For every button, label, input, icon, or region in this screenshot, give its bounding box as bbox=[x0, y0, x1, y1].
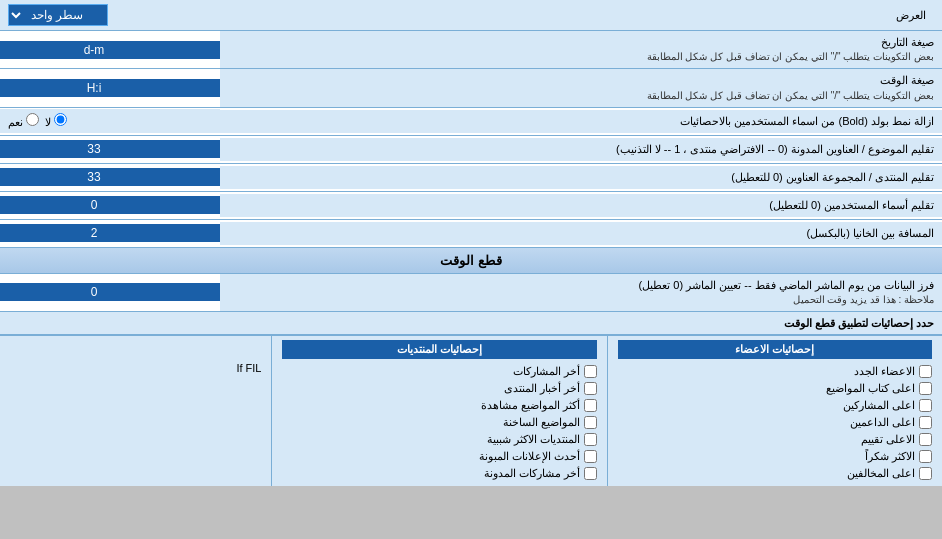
post-item-4: المنتديات الاكثر شببية bbox=[282, 431, 596, 448]
member-label-0: الاعضاء الجدد bbox=[854, 365, 915, 378]
member-item-2: اعلى المشاركين bbox=[618, 397, 932, 414]
time-format-row: صيغة الوقت بعض التكوينات يتطلب "/" التي … bbox=[0, 69, 942, 107]
col-members: إحصائيات الاعضاء الاعضاء الجدد اعلى كتاب… bbox=[608, 336, 942, 486]
member-label-2: اعلى المشاركين bbox=[843, 399, 915, 412]
forum-headers-input-cell bbox=[0, 168, 220, 186]
date-format-input[interactable] bbox=[4, 43, 184, 57]
column-gap-row: المسافة بين الخانيا (بالبكسل) bbox=[0, 220, 942, 248]
post-item-1: أخر أخبار المنتدى bbox=[282, 380, 596, 397]
display-select[interactable]: سطر واحد bbox=[8, 4, 108, 26]
post-cb-1[interactable] bbox=[584, 382, 597, 395]
post-cb-5[interactable] bbox=[584, 450, 597, 463]
display-row: العرض سطر واحد bbox=[0, 0, 942, 31]
post-item-5: أحدث الإعلانات المبونة bbox=[282, 448, 596, 465]
member-item-5: الاكثر شكراً bbox=[618, 448, 932, 465]
member-cb-5[interactable] bbox=[919, 450, 932, 463]
cutoff-input-cell bbox=[0, 283, 220, 301]
member-label-4: الاعلى تقييم bbox=[861, 433, 915, 446]
post-label-0: أخر المشاركات bbox=[513, 365, 580, 378]
cutoff-row: فرز البيانات من يوم الماشر الماضي فقط --… bbox=[0, 274, 942, 312]
post-cb-2[interactable] bbox=[584, 399, 597, 412]
member-label-1: اعلى كتاب المواضيع bbox=[826, 382, 915, 395]
col-members-header: إحصائيات الاعضاء bbox=[618, 340, 932, 359]
member-label-3: اعلى الداعمين bbox=[850, 416, 915, 429]
post-label-3: المواضيع الساخنة bbox=[503, 416, 580, 429]
cutoff-input[interactable] bbox=[4, 285, 184, 299]
column-gap-label: المسافة بين الخانيا (بالبكسل) bbox=[220, 222, 942, 245]
member-cb-1[interactable] bbox=[919, 382, 932, 395]
subject-headers-label: تقليم الموضوع / العناوين المدونة (0 -- ا… bbox=[220, 138, 942, 161]
bold-remove-options: لا نعم bbox=[0, 109, 220, 133]
stats-apply-row: حدد إحصائيات لتطبيق قطع الوقت bbox=[0, 312, 942, 335]
member-cb-3[interactable] bbox=[919, 416, 932, 429]
column-gap-input[interactable] bbox=[4, 226, 184, 240]
time-format-label: صيغة الوقت بعض التكوينات يتطلب "/" التي … bbox=[220, 69, 942, 106]
member-item-1: اعلى كتاب المواضيع bbox=[618, 380, 932, 397]
display-label: العرض bbox=[108, 9, 926, 22]
member-item-4: الاعلى تقييم bbox=[618, 431, 932, 448]
post-label-2: أكثر المواضيع مشاهدة bbox=[481, 399, 580, 412]
radio-yes-label: نعم bbox=[8, 113, 39, 129]
post-cb-6[interactable] bbox=[584, 467, 597, 480]
usernames-row: تقليم أسماء المستخدمين (0 للتعطيل) bbox=[0, 192, 942, 220]
date-format-input-cell bbox=[0, 41, 220, 59]
usernames-label: تقليم أسماء المستخدمين (0 للتعطيل) bbox=[220, 194, 942, 217]
forum-headers-input[interactable] bbox=[4, 170, 184, 184]
radio-yes[interactable] bbox=[26, 113, 39, 126]
member-cb-0[interactable] bbox=[919, 365, 932, 378]
column-gap-input-cell bbox=[0, 224, 220, 242]
usernames-input-cell bbox=[0, 196, 220, 214]
subject-headers-input[interactable] bbox=[4, 142, 184, 156]
subject-headers-input-cell bbox=[0, 140, 220, 158]
forum-headers-row: تقليم المنتدى / المجموعة العناوين (0 للت… bbox=[0, 164, 942, 192]
col-posts: إحصائيات المنتديات أخر المشاركات أخر أخب… bbox=[272, 336, 607, 486]
bold-remove-label: ازالة نمط بولد (Bold) من اسماء المستخدمي… bbox=[220, 110, 942, 133]
stats-apply-label: حدد إحصائيات لتطبيق قطع الوقت bbox=[784, 317, 934, 329]
post-cb-3[interactable] bbox=[584, 416, 597, 429]
bold-remove-row: ازالة نمط بولد (Bold) من اسماء المستخدمي… bbox=[0, 108, 942, 136]
cutoff-section-header: قطع الوقت bbox=[0, 248, 942, 274]
member-item-6: اعلى المخالفين bbox=[618, 465, 932, 482]
date-format-row: صيغة التاريخ بعض التكوينات يتطلب "/" الت… bbox=[0, 31, 942, 69]
post-item-0: أخر المشاركات bbox=[282, 363, 596, 380]
radio-no[interactable] bbox=[54, 113, 67, 126]
date-format-label: صيغة التاريخ بعض التكوينات يتطلب "/" الت… bbox=[220, 31, 942, 68]
member-item-0: الاعضاء الجدد bbox=[618, 363, 932, 380]
columns-area: إحصائيات الاعضاء الاعضاء الجدد اعلى كتاب… bbox=[0, 335, 942, 486]
forum-headers-label: تقليم المنتدى / المجموعة العناوين (0 للت… bbox=[220, 166, 942, 189]
post-label-1: أخر أخبار المنتدى bbox=[504, 382, 580, 395]
post-cb-4[interactable] bbox=[584, 433, 597, 446]
post-label-4: المنتديات الاكثر شببية bbox=[487, 433, 580, 446]
col-posts-header: إحصائيات المنتديات bbox=[282, 340, 596, 359]
member-label-6: اعلى المخالفين bbox=[847, 467, 915, 480]
col-right: If FIL bbox=[0, 336, 272, 486]
member-item-3: اعلى الداعمين bbox=[618, 414, 932, 431]
post-cb-0[interactable] bbox=[584, 365, 597, 378]
member-cb-4[interactable] bbox=[919, 433, 932, 446]
post-item-6: أخر مشاركات المدونة bbox=[282, 465, 596, 482]
post-item-2: أكثر المواضيع مشاهدة bbox=[282, 397, 596, 414]
subject-headers-row: تقليم الموضوع / العناوين المدونة (0 -- ا… bbox=[0, 136, 942, 164]
member-cb-6[interactable] bbox=[919, 467, 932, 480]
radio-no-label: لا bbox=[45, 113, 67, 129]
post-item-3: المواضيع الساخنة bbox=[282, 414, 596, 431]
member-label-5: الاكثر شكراً bbox=[865, 450, 915, 463]
main-container: العرض سطر واحد صيغة التاريخ بعض التكوينا… bbox=[0, 0, 942, 486]
usernames-input[interactable] bbox=[4, 198, 184, 212]
time-format-input[interactable] bbox=[4, 81, 184, 95]
post-label-5: أحدث الإعلانات المبونة bbox=[479, 450, 580, 463]
post-label-6: أخر مشاركات المدونة bbox=[484, 467, 580, 480]
cutoff-label: فرز البيانات من يوم الماشر الماضي فقط --… bbox=[220, 274, 942, 311]
if-fil-text: If FIL bbox=[10, 360, 261, 376]
time-format-input-cell bbox=[0, 79, 220, 97]
member-cb-2[interactable] bbox=[919, 399, 932, 412]
